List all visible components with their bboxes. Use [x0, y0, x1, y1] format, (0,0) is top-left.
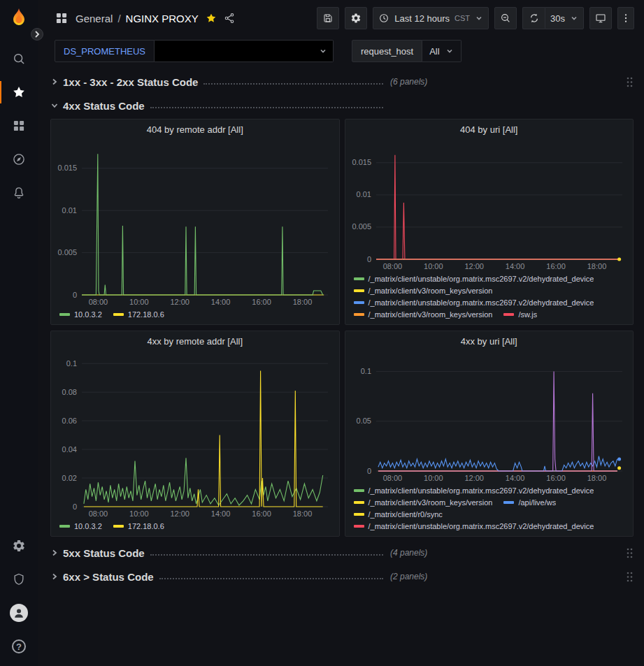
row-title: 1xx - 3xx - 2xx Status Code	[63, 76, 198, 88]
row-header-4xx[interactable]: 4xx Status Code	[50, 95, 634, 116]
time-range-picker[interactable]: Last 12 hours CST	[373, 7, 489, 29]
sidebar-expand-button[interactable]	[31, 28, 43, 41]
legend-item[interactable]: /sw.js	[503, 309, 537, 320]
drag-handle[interactable]	[626, 571, 634, 585]
panel-title-text: 4xx by remote addr [All]	[147, 336, 243, 347]
drag-dots-icon	[626, 571, 634, 583]
legend-label: /sw.js	[518, 309, 537, 320]
row-panel-count: (6 panels)	[390, 77, 427, 87]
drag-handle[interactable]	[626, 547, 634, 561]
favorite-star-icon[interactable]	[206, 13, 217, 24]
sidebar-item-help[interactable]: ?	[0, 630, 38, 663]
sidebar-item-explore[interactable]	[0, 143, 38, 176]
grafana-logo[interactable]	[8, 7, 30, 29]
svg-text:0.06: 0.06	[62, 417, 77, 425]
svg-text:08:00: 08:00	[382, 262, 402, 270]
more-options-button[interactable]	[617, 7, 634, 29]
legend-item[interactable]: /_matrix/client/unstable/org.matrix.msc2…	[354, 273, 594, 284]
chart-legend: 10.0.3.2172.18.0.6	[51, 519, 339, 536]
series-color-marker	[503, 501, 514, 504]
panel-title-text: 4xx by uri [All]	[461, 336, 517, 347]
tv-mode-button[interactable]	[589, 7, 612, 29]
variable-value-request-host[interactable]: All	[422, 40, 461, 62]
panel-title[interactable]: 4xx by uri [All]	[345, 331, 634, 351]
breadcrumb-folder[interactable]: General	[76, 13, 113, 24]
chart-404-by-remote-addr[interactable]: 00.0050.010.01508:0010:0012:0014:0016:00…	[51, 139, 339, 307]
row-title-group: 6xx > Status Code	[50, 571, 383, 583]
chart-4xx-by-uri[interactable]: 00.050.108:0010:0012:0014:0016:0018:00	[345, 351, 634, 484]
sidebar-item-search[interactable]	[0, 42, 38, 75]
row-title-group: 4xx Status Code	[50, 100, 383, 112]
legend-label: /_matrix/client/v3/room_keys/version	[368, 285, 493, 296]
chart-404-by-uri[interactable]: 00.0050.010.01508:0010:0012:0014:0016:00…	[345, 139, 634, 272]
legend-item[interactable]: 10.0.3.2	[59, 521, 102, 532]
svg-text:16:00: 16:00	[252, 509, 271, 518]
gear-icon	[12, 539, 26, 553]
legend-label: /_matrix/client/unstable/org.matrix.msc2…	[368, 485, 594, 496]
legend-item[interactable]: 10.0.3.2	[59, 309, 102, 320]
save-dashboard-button[interactable]	[317, 7, 339, 29]
legend-item[interactable]: /_matrix/client/r0/sync	[354, 509, 443, 520]
row-header-1xx-3xx-2xx[interactable]: 1xx - 3xx - 2xx Status Code (6 panels)	[50, 71, 634, 92]
legend-item[interactable]: /_matrix/client/unstable/org.matrix.msc2…	[354, 485, 594, 496]
svg-text:14:00: 14:00	[505, 474, 524, 482]
refresh-button[interactable]	[522, 7, 545, 29]
variables-submenu: DS_PROMETHEUS request_host All	[38, 36, 644, 66]
row-title-group: 5xx Status Code	[50, 547, 383, 559]
svg-text:0.08: 0.08	[62, 388, 77, 396]
legend-item[interactable]: 172.18.0.6	[113, 521, 164, 532]
star-icon	[12, 85, 26, 99]
sidebar-bottom-nav: ?	[0, 529, 38, 666]
svg-text:0.005: 0.005	[352, 222, 371, 231]
row-header-6xx[interactable]: 6xx > Status Code (2 panels)	[50, 566, 634, 587]
svg-text:10:00: 10:00	[129, 298, 149, 306]
dashboard-settings-button[interactable]	[345, 7, 367, 29]
series-color-marker	[354, 289, 364, 292]
chart-svg: 00.0050.010.01508:0010:0012:0014:0016:00…	[51, 139, 339, 307]
legend-item[interactable]: /_matrix/client/unstable/org.matrix.msc2…	[354, 521, 594, 532]
sidebar-item-alerting[interactable]	[0, 176, 38, 210]
svg-text:0.02: 0.02	[62, 474, 77, 482]
kebab-icon	[620, 13, 631, 24]
panel-title[interactable]: 4xx by remote addr [All]	[51, 331, 339, 351]
sidebar-item-profile[interactable]	[0, 596, 38, 630]
chart-legend: /_matrix/client/unstable/org.matrix.msc2…	[345, 272, 634, 324]
legend-item[interactable]: /_matrix/client/v3/room_keys/version	[354, 497, 493, 508]
sidebar-item-starred[interactable]	[0, 75, 38, 109]
page-title[interactable]: NGINX PROXY	[126, 13, 199, 24]
legend-label: 10.0.3.2	[74, 309, 102, 320]
row-title-dots	[203, 83, 383, 85]
series-color-marker	[503, 313, 514, 316]
svg-text:18:00: 18:00	[293, 298, 313, 306]
svg-text:18:00: 18:00	[587, 262, 606, 270]
legend-item[interactable]: /_matrix/client/unstable/org.matrix.msc2…	[354, 297, 594, 308]
panel-4xx-by-uri: 4xx by uri [All] 00.050.108:0010:0012:00…	[345, 331, 634, 537]
zoom-out-time-button[interactable]	[494, 7, 517, 29]
row-title: 6xx > Status Code	[63, 571, 154, 583]
panel-title[interactable]: 404 by remote addr [All]	[51, 120, 339, 139]
chart-svg: 00.020.040.060.080.108:0010:0012:0014:00…	[51, 351, 339, 519]
sidebar-item-server-admin[interactable]	[0, 563, 38, 596]
grafana-app: ? General / NGINX PROXY	[0, 0, 644, 666]
main-area: General / NGINX PROXY	[38, 0, 644, 666]
variable-label-request-host[interactable]: request_host	[352, 40, 422, 62]
refresh-interval-dropdown[interactable]: 30s	[545, 7, 584, 29]
panel-row: 4xx by remote addr [All] 00.020.040.060.…	[50, 331, 634, 537]
panel-title[interactable]: 404 by uri [All]	[345, 120, 634, 139]
chevron-right-icon	[33, 30, 41, 38]
chart-4xx-by-remote-addr[interactable]: 00.020.040.060.080.108:0010:0012:0014:00…	[51, 351, 339, 519]
svg-text:16:00: 16:00	[252, 298, 271, 306]
legend-item[interactable]: 172.18.0.6	[113, 309, 164, 320]
legend-item[interactable]: /_matrix/client/v3/room_keys/version	[354, 285, 493, 296]
sidebar-item-dashboards[interactable]	[0, 109, 38, 143]
sidebar-item-configuration[interactable]	[0, 529, 38, 563]
drag-handle[interactable]	[626, 76, 634, 90]
legend-item[interactable]: /_matrix/client/v3/room_keys/version	[354, 309, 493, 320]
row-header-5xx[interactable]: 5xx Status Code (4 panels)	[50, 542, 634, 563]
legend-item[interactable]: /api/live/ws	[503, 497, 556, 508]
svg-text:0.005: 0.005	[57, 248, 77, 256]
svg-text:0.01: 0.01	[356, 190, 371, 198]
variable-label-ds-prometheus[interactable]: DS_PROMETHEUS	[55, 40, 155, 62]
variable-value-datasource[interactable]	[155, 40, 334, 62]
share-icon[interactable]	[224, 13, 235, 24]
